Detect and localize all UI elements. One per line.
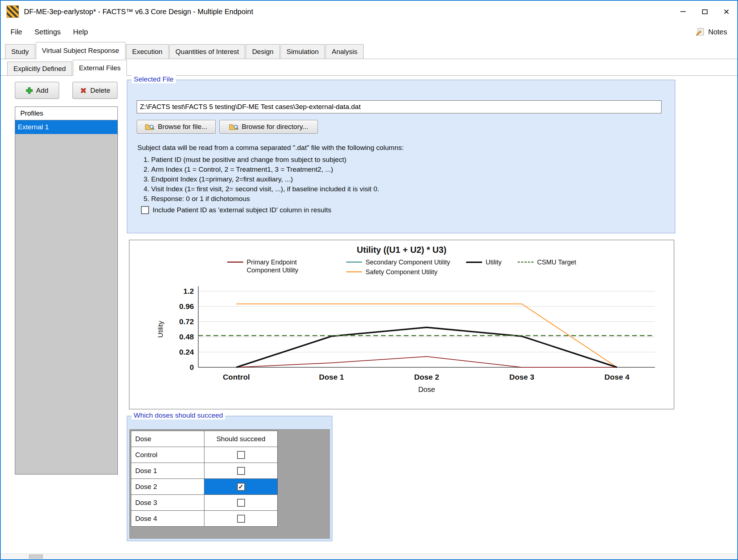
legend-swatch-csmu-icon — [518, 262, 534, 263]
column-item: Arm Index (1 = Control, 2 = Treatment1, … — [151, 164, 379, 174]
svg-text:Dose 1: Dose 1 — [319, 373, 344, 381]
folder-search-icon — [229, 123, 239, 130]
legend-item-utility: Utility — [466, 259, 502, 267]
legend-column: Secondary Component Utility Safety Compo… — [346, 259, 450, 276]
legend-swatch-safety-icon — [346, 271, 362, 272]
tab-simulation[interactable]: Simulation — [281, 44, 325, 59]
browse-for-directory-button[interactable]: Browse for directory... — [219, 120, 318, 134]
legend-item-primary: Primary Endpoint Component Utility — [227, 259, 330, 274]
menu-file[interactable]: File — [4, 25, 28, 39]
menu-settings[interactable]: Settings — [28, 25, 67, 39]
selected-file-group-label: Selected File — [132, 75, 176, 83]
should-succeed-checkbox[interactable] — [237, 467, 245, 475]
doses-table-container: Dose Should succeed Control Dose 1 Dose … — [129, 429, 330, 539]
include-patient-id-row: Include Patient ID as 'external subject … — [141, 206, 331, 214]
should-succeed-cell — [204, 479, 278, 495]
close-icon: ✕ — [723, 8, 730, 16]
should-succeed-cell — [204, 495, 278, 511]
dose-name-cell: Control — [131, 447, 204, 463]
legend-swatch-secondary-icon — [346, 262, 362, 263]
titlebar: DF-ME-3ep-earlystop* - FACTS™ v6.3 Core … — [1, 1, 737, 22]
should-succeed-cell — [204, 511, 278, 527]
app-logo-icon — [7, 5, 19, 18]
legend-label-utility: Utility — [486, 259, 502, 267]
tab-explicitly-defined[interactable]: Explicitly Defined — [7, 62, 72, 75]
menu-help[interactable]: Help — [67, 25, 94, 39]
svg-text:0: 0 — [190, 363, 194, 371]
file-path-input[interactable] — [137, 100, 662, 113]
add-button[interactable]: Add — [15, 82, 59, 99]
legend-item-secondary: Secondary Component Utility — [346, 259, 450, 267]
doses-group: Which doses should succeed Dose Should s… — [127, 416, 332, 541]
column-item: Endpoint Index (1=primary, 2=first auxil… — [151, 174, 379, 184]
tab-quantities-of-interest[interactable]: Quantities of Interest — [169, 44, 245, 59]
legend-item-safety: Safety Component Utility — [346, 268, 450, 276]
notes-icon — [696, 28, 705, 36]
selected-file-group: Selected File Browse for file... Browse … — [127, 80, 675, 233]
legend-swatch-utility-icon — [466, 262, 482, 263]
should-succeed-cell — [204, 463, 278, 479]
doses-group-label: Which doses should succeed — [132, 411, 225, 419]
horizontal-scrollbar[interactable] — [1, 553, 737, 559]
doses-header-row: Dose Should succeed — [131, 431, 278, 447]
doses-table: Dose Should succeed Control Dose 1 Dose … — [131, 431, 278, 527]
close-button[interactable]: ✕ — [716, 1, 737, 22]
maximize-button[interactable] — [694, 1, 716, 22]
svg-text:0.24: 0.24 — [179, 348, 194, 356]
should-succeed-checkbox[interactable] — [237, 499, 245, 507]
profile-item-external-1[interactable]: External 1 — [15, 120, 117, 134]
utility-chart: 00.240.480.720.961.2ControlDose 1Dose 2D… — [129, 280, 672, 401]
tab-study[interactable]: Study — [5, 44, 35, 59]
profiles-header: Profiles — [15, 107, 117, 120]
svg-text:0.72: 0.72 — [179, 317, 194, 326]
delete-icon — [80, 87, 87, 94]
legend-label-csmu: CSMU Target — [537, 259, 576, 267]
notes-button[interactable]: Notes — [696, 28, 734, 36]
minimize-button[interactable] — [672, 1, 694, 22]
dose-name-cell: Dose 1 — [131, 463, 204, 479]
legend-swatch-primary-icon — [227, 262, 243, 263]
chart-title: Utility ((U1 + U2) * U3) — [129, 240, 674, 255]
dose-row: Dose 2 — [131, 479, 278, 495]
svg-text:1.2: 1.2 — [183, 287, 194, 295]
svg-text:Dose: Dose — [418, 385, 435, 393]
chart-legend: Primary Endpoint Component Utility Secon… — [129, 259, 674, 276]
legend-label-safety: Safety Component Utility — [366, 268, 438, 276]
add-icon — [26, 87, 33, 94]
should-succeed-checkbox[interactable] — [237, 515, 245, 523]
menubar: File Settings Help Notes — [1, 22, 737, 41]
window-title: DF-ME-3ep-earlystop* - FACTS™ v6.3 Core … — [24, 8, 253, 16]
tab-virtual-subject-response[interactable]: Virtual Subject Response — [36, 42, 125, 59]
should-succeed-checkbox[interactable] — [237, 451, 245, 459]
browse-for-file-button[interactable]: Browse for file... — [137, 120, 216, 134]
column-item: Response: 0 or 1 if dichotomous — [151, 194, 379, 204]
horizontal-scrollbar-thumb[interactable] — [29, 555, 43, 559]
include-patient-id-checkbox[interactable] — [141, 206, 149, 214]
svg-text:Utility: Utility — [157, 321, 164, 338]
should-succeed-checkbox[interactable] — [237, 483, 245, 491]
column-item: Visit Index (1= first visit, 2= second v… — [151, 184, 379, 194]
should-succeed-column-header: Should succeed — [204, 431, 278, 447]
tab-design[interactable]: Design — [246, 44, 279, 59]
dose-row: Dose 3 — [131, 495, 278, 511]
column-item: Patient ID (must be positive and change … — [151, 155, 379, 164]
dose-name-cell: Dose 3 — [131, 495, 204, 511]
tab-analysis[interactable]: Analysis — [326, 44, 364, 59]
dose-name-cell: Dose 2 — [131, 479, 204, 495]
tab-external-files[interactable]: External Files — [73, 60, 127, 76]
app-window: DF-ME-3ep-earlystop* - FACTS™ v6.3 Core … — [0, 0, 738, 560]
legend-label-secondary: Secondary Component Utility — [366, 259, 450, 267]
svg-text:Dose 4: Dose 4 — [605, 373, 630, 381]
window-controls: ✕ — [672, 1, 737, 22]
column-list: Patient ID (must be positive and change … — [141, 155, 379, 204]
tab-execution[interactable]: Execution — [126, 44, 169, 59]
delete-button[interactable]: Delete — [72, 82, 117, 99]
main-tab-bar: Study Virtual Subject Response Execution… — [1, 41, 737, 59]
maximize-icon — [702, 9, 708, 14]
folder-search-icon — [145, 123, 154, 130]
svg-text:0.48: 0.48 — [179, 333, 194, 341]
file-format-description: Subject data will be read from a comma s… — [137, 144, 404, 152]
svg-text:Control: Control — [223, 373, 250, 381]
add-label: Add — [36, 87, 49, 95]
utility-chart-panel: Utility ((U1 + U2) * U3) Primary Endpoin… — [129, 240, 674, 409]
